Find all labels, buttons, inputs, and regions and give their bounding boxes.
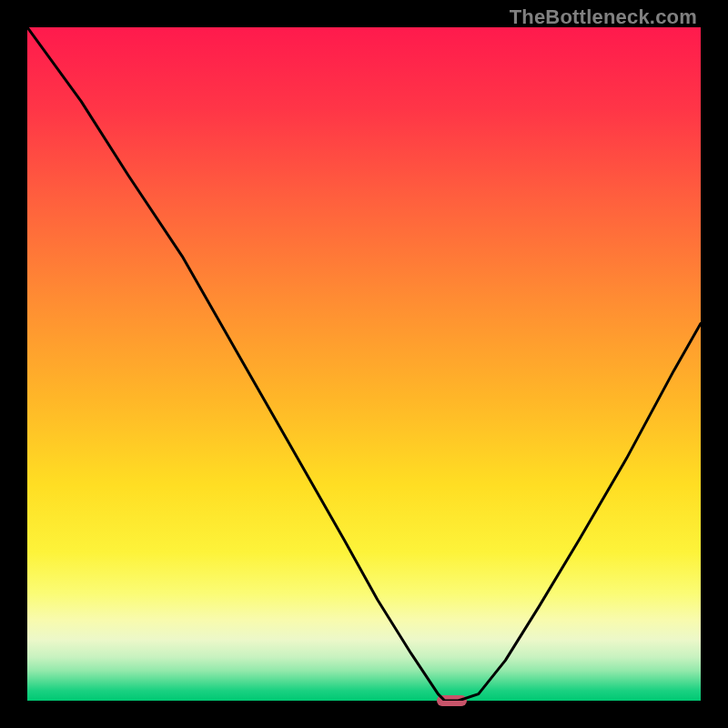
watermark-text: TheBottleneck.com [510, 5, 697, 29]
bottleneck-curve [27, 27, 701, 701]
chart-frame: TheBottleneck.com [0, 0, 728, 728]
plot-area [27, 27, 701, 701]
